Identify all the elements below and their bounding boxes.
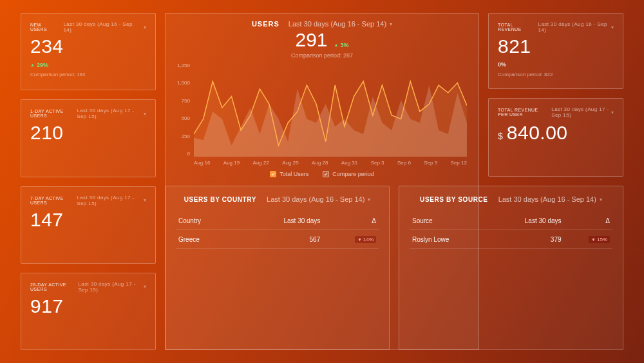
x-tick: Sep 6 <box>397 160 411 166</box>
col-header[interactable]: Last 30 days <box>234 212 323 230</box>
triangle-down-icon: ▼ <box>591 237 596 242</box>
range-picker-users-chart[interactable]: Last 30 days (Aug 16 - Sep 14) ▾ <box>289 20 392 28</box>
table-title: USERS BY SOURCE <box>420 196 488 203</box>
card-1day-active: 1-DAY ACTIVE USERS Last 30 days (Aug 17 … <box>21 99 156 177</box>
cell-name: Roslyn Lowe <box>410 230 487 249</box>
card-users-by-source: USERS BY SOURCE Last 30 days (Aug 16 - S… <box>399 186 623 350</box>
cell-value: 379 <box>487 230 564 249</box>
checkbox-checked-icon: ✔ <box>323 171 329 177</box>
data-table: Source Last 30 days Δ Roslyn Lowe 379 ▼1… <box>410 212 612 249</box>
x-tick: Aug 25 <box>282 160 298 166</box>
delta-total-revenue: 0% <box>498 61 506 68</box>
label-7day: 7-DAY ACTIVE USERS <box>30 196 73 205</box>
value-28day: 917 <box>30 295 146 317</box>
chevron-down-icon: ▾ <box>611 110 614 115</box>
checkbox-checked-icon: ✔ <box>270 171 276 177</box>
card-28day-active: 28-DAY ACTIVE USERS Last 30 days (Aug 17… <box>21 273 156 350</box>
delta-new-users: ▲29% <box>30 62 48 68</box>
cell-delta: ▼15% <box>564 230 612 249</box>
value-1day: 210 <box>30 122 146 144</box>
range-picker-new-users[interactable]: Last 30 days (Aug 16 - Sep 14) ▾ <box>63 21 146 33</box>
value-total-revenue: 821 <box>498 35 614 57</box>
range-picker-table[interactable]: Last 30 days (Aug 16 - Sep 14) ▾ <box>498 195 602 203</box>
legend-compare-period[interactable]: ✔ Compare period <box>323 171 374 177</box>
x-tick: Sep 3 <box>371 160 384 166</box>
triangle-up-icon: ▲ <box>30 63 35 67</box>
chevron-down-icon: ▾ <box>144 25 146 30</box>
card-7day-active: 7-DAY ACTIVE USERS Last 30 days (Aug 17 … <box>21 186 156 264</box>
label-new-users: NEW USERS <box>30 23 59 32</box>
card-new-users: NEW USERS Last 30 days (Aug 16 - Sep 14)… <box>21 13 156 90</box>
chevron-down-icon: ▾ <box>144 284 146 289</box>
table-row[interactable]: Greece 567 ▼14% <box>176 230 379 249</box>
users-chart-compare: Comparison period: 287 <box>177 52 467 59</box>
cell-delta: ▼14% <box>323 230 379 249</box>
table-row[interactable]: Roslyn Lowe 379 ▼15% <box>410 230 612 249</box>
col-header[interactable]: Source <box>410 212 487 230</box>
chart-plot-area: Aug 16Aug 19Aug 22Aug 25Aug 28Aug 31Sep … <box>194 63 467 166</box>
x-tick: Aug 16 <box>194 160 210 166</box>
range-picker-7day[interactable]: Last 30 days (Aug 17 - Sep 15)▾ <box>77 195 146 206</box>
label-28day: 28-DAY ACTIVE USERS <box>30 282 74 291</box>
card-revenue-per-user: TOTAL REVENUE PER USER Last 30 days (Aug… <box>488 98 623 177</box>
value-7day: 147 <box>30 209 146 231</box>
chevron-down-icon: ▾ <box>144 111 146 117</box>
users-line-chart: 1,2501,0007505002500 Aug 16Aug 19Aug 22A… <box>177 63 467 166</box>
col-header[interactable]: Country <box>176 212 234 230</box>
col-header[interactable]: Δ <box>564 212 612 230</box>
label-1day: 1-DAY ACTIVE USERS <box>30 109 73 118</box>
chevron-down-icon: ▾ <box>611 25 614 30</box>
range-picker-table[interactable]: Last 30 days (Aug 16 - Sep 14) ▾ <box>267 195 370 203</box>
range-picker-total-revenue[interactable]: Last 30 days (Aug 16 - Sep 14)▾ <box>538 21 614 33</box>
y-tick: 250 <box>177 133 190 139</box>
y-tick: 0 <box>177 151 190 157</box>
range-picker-revenue-per-user[interactable]: Last 30 days (Aug 17 - Sep 15)▾ <box>551 106 614 118</box>
col-header[interactable]: Last 30 days <box>487 212 564 230</box>
card-users-by-country: USERS BY COUNTRY Last 30 days (Aug 16 - … <box>165 186 390 350</box>
x-tick: Aug 28 <box>312 160 328 166</box>
table-title: USERS BY COUNTRY <box>184 196 256 203</box>
label-total-revenue: TOTAL REVENUE <box>498 23 535 32</box>
x-tick: Sep 12 <box>451 160 467 166</box>
range-picker-1day[interactable]: Last 30 days (Aug 17 - Sep 15)▾ <box>77 108 146 119</box>
cell-value: 567 <box>234 230 323 249</box>
range-picker-28day[interactable]: Last 30 days (Aug 17 - Sep 15)▾ <box>78 281 146 293</box>
label-revenue-per-user: TOTAL REVENUE PER USER <box>498 108 547 117</box>
triangle-up-icon: ▲ <box>334 43 339 47</box>
chevron-down-icon: ▾ <box>600 197 602 202</box>
value-new-users: 234 <box>30 35 146 57</box>
compare-new-users: Comparison period: 192 <box>30 72 146 77</box>
chevron-down-icon: ▾ <box>390 21 392 27</box>
compare-total-revenue: Comparison period: 822 <box>498 72 614 77</box>
users-chart-delta: ▲3% <box>334 42 349 48</box>
x-tick: Aug 31 <box>341 160 357 166</box>
currency-symbol: $ <box>498 131 503 141</box>
x-tick: Sep 9 <box>424 160 437 166</box>
y-tick: 1,000 <box>177 80 190 86</box>
chevron-down-icon: ▾ <box>368 197 370 202</box>
users-chart-value: 291 <box>295 29 327 51</box>
cell-name: Greece <box>176 230 234 249</box>
value-revenue-per-user: 840.00 <box>507 122 568 144</box>
legend-total-users[interactable]: ✔ Total Users <box>270 171 308 177</box>
y-tick: 750 <box>177 98 190 104</box>
y-tick: 500 <box>177 115 190 121</box>
triangle-down-icon: ▼ <box>357 237 362 242</box>
x-tick: Aug 19 <box>223 160 240 166</box>
users-chart-title: USERS <box>252 20 279 28</box>
col-header[interactable]: Δ <box>323 212 379 230</box>
chevron-down-icon: ▾ <box>144 197 146 203</box>
card-total-revenue: TOTAL REVENUE Last 30 days (Aug 16 - Sep… <box>488 13 623 89</box>
data-table: Country Last 30 days Δ Greece 567 ▼14% <box>176 212 379 249</box>
y-tick: 1,250 <box>177 63 190 68</box>
x-tick: Aug 22 <box>253 160 269 166</box>
